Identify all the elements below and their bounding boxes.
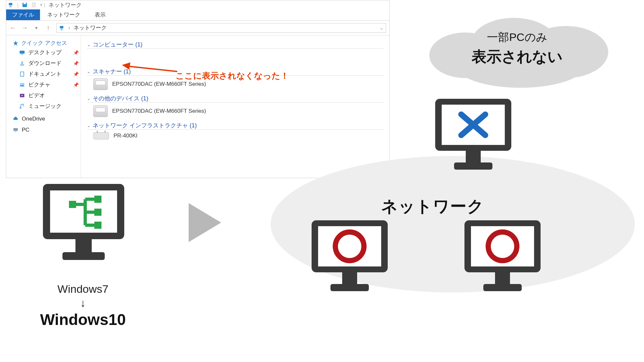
back-button[interactable]: ← bbox=[9, 24, 17, 32]
group-header-computers[interactable]: ⌄ コンピューター (1) bbox=[87, 41, 383, 49]
pin-icon: 📌 bbox=[73, 82, 79, 87]
cloud-line1: 一部PCのみ bbox=[446, 30, 589, 45]
group-title: ネットワーク インフラストラクチャ (1) bbox=[93, 122, 197, 129]
device-label: PR-400KI bbox=[114, 133, 138, 139]
sidebar-item-downloads[interactable]: ダウンロード 📌 bbox=[19, 59, 79, 67]
scanner-icon bbox=[93, 78, 108, 90]
pc-visible-left-icon bbox=[309, 218, 390, 302]
window-title: ネットワーク bbox=[48, 1, 82, 9]
sidebar-item-pictures[interactable]: ピクチャ 📌 bbox=[19, 81, 79, 88]
quick-access-header[interactable]: クイック アクセス bbox=[13, 39, 79, 47]
group-title: コンピューター (1) bbox=[93, 41, 142, 48]
pc-visible-right-icon bbox=[462, 218, 543, 302]
video-icon bbox=[19, 93, 25, 98]
pc-not-visible-icon bbox=[433, 96, 514, 181]
sidebar-item-desktop[interactable]: デスクトップ 📌 bbox=[19, 49, 79, 56]
sidebar-item-videos[interactable]: ビデオ bbox=[19, 92, 79, 99]
sidebar-item-documents[interactable]: ドキュメント 📌 bbox=[19, 70, 79, 78]
explorer-window: | ▾ | ネットワーク ファイル ネットワーク 表示 ← → ▾ ↑ › ネッ… bbox=[6, 0, 390, 178]
svg-rect-5 bbox=[32, 3, 36, 7]
svg-rect-2 bbox=[9, 6, 12, 7]
svg-marker-9 bbox=[13, 41, 18, 45]
device-item-router[interactable]: PR-400KI bbox=[93, 132, 383, 139]
svg-marker-35 bbox=[189, 203, 221, 242]
callout-arrow-icon bbox=[122, 62, 177, 75]
svg-rect-49 bbox=[342, 272, 357, 284]
svg-rect-6 bbox=[60, 26, 63, 29]
pin-icon: 📌 bbox=[73, 71, 79, 77]
sidebar-item-label: ミュージック bbox=[28, 102, 61, 110]
left-upgraded-pc-icon bbox=[40, 181, 127, 272]
music-icon bbox=[19, 103, 25, 109]
svg-rect-18 bbox=[13, 128, 18, 131]
svg-rect-33 bbox=[75, 239, 92, 252]
svg-rect-11 bbox=[21, 54, 23, 55]
network-label: ネットワーク bbox=[381, 196, 484, 217]
content-pane: ⌄ コンピューター (1) ⌄ スキャナー (1) EPSON770DAC (E… bbox=[81, 35, 389, 178]
tab-file-label: ファイル bbox=[12, 11, 34, 19]
svg-rect-25 bbox=[94, 196, 101, 203]
svg-rect-24 bbox=[69, 201, 76, 208]
save-icon bbox=[22, 2, 28, 8]
chevron-down-icon: ⌄ bbox=[87, 69, 91, 74]
router-icon bbox=[93, 132, 109, 139]
tab-network[interactable]: ネットワーク bbox=[40, 9, 87, 20]
callout-text: ここに表示されなくなった！ bbox=[176, 70, 289, 82]
os-labels: Windows7 ↓ Windows10 bbox=[39, 283, 127, 329]
svg-rect-44 bbox=[466, 151, 481, 162]
sidebar-item-pc[interactable]: PC bbox=[13, 127, 79, 133]
tab-file[interactable]: ファイル bbox=[6, 9, 40, 20]
svg-rect-12 bbox=[20, 64, 24, 65]
svg-rect-13 bbox=[20, 72, 24, 76]
network-icon bbox=[59, 25, 65, 31]
svg-rect-0 bbox=[9, 3, 12, 6]
device-item-other[interactable]: EPSON770DAC (EW-M660FT Series) bbox=[93, 105, 383, 117]
device-label: EPSON770DAC (EW-M660FT Series) bbox=[112, 81, 206, 87]
recent-dropdown[interactable]: ▾ bbox=[33, 25, 40, 31]
svg-point-15 bbox=[21, 84, 22, 85]
title-bar: | ▾ | ネットワーク bbox=[6, 0, 389, 9]
svg-rect-4 bbox=[23, 3, 26, 4]
onedrive-label: OneDrive bbox=[22, 116, 45, 122]
svg-rect-10 bbox=[20, 51, 25, 54]
address-location: ネットワーク bbox=[74, 24, 107, 32]
download-icon bbox=[19, 60, 25, 66]
svg-rect-50 bbox=[330, 284, 369, 291]
sidebar-item-label: ダウンロード bbox=[28, 59, 61, 67]
desktop-icon bbox=[19, 50, 25, 56]
tab-view[interactable]: 表示 bbox=[87, 9, 113, 20]
address-dropdown-icon[interactable]: ⌵ bbox=[380, 24, 383, 31]
svg-rect-19 bbox=[15, 132, 17, 132]
svg-rect-54 bbox=[495, 272, 510, 284]
big-right-arrow-icon bbox=[185, 198, 224, 247]
svg-rect-1 bbox=[10, 6, 11, 6]
sidebar-item-onedrive[interactable]: OneDrive bbox=[13, 116, 79, 122]
forward-button[interactable]: → bbox=[21, 24, 28, 32]
cloud-text: 一部PCのみ 表示されない bbox=[446, 30, 589, 67]
svg-rect-34 bbox=[62, 252, 105, 260]
printer-icon bbox=[93, 105, 108, 117]
svg-rect-26 bbox=[94, 209, 101, 216]
chevron-down-icon: ⌄ bbox=[87, 96, 91, 101]
device-label: EPSON770DAC (EW-M660FT Series) bbox=[112, 108, 206, 114]
sidebar-item-label: ピクチャ bbox=[28, 81, 50, 88]
address-bar[interactable]: › ネットワーク ⌵ bbox=[56, 23, 386, 33]
sidebar-item-label: ドキュメント bbox=[28, 70, 61, 78]
group-header-network-infra[interactable]: ⌄ ネットワーク インフラストラクチャ (1) bbox=[87, 122, 383, 130]
up-button[interactable]: ↑ bbox=[45, 24, 52, 32]
group-header-other-devices[interactable]: ⌄ その他のデバイス (1) bbox=[87, 95, 383, 103]
svg-rect-27 bbox=[94, 222, 101, 229]
svg-rect-55 bbox=[483, 284, 522, 291]
quick-access-list: デスクトップ 📌 ダウンロード 📌 ドキュメント 📌 ピクチャ 📌 bbox=[19, 49, 79, 110]
tab-network-label: ネットワーク bbox=[47, 11, 80, 19]
page-icon bbox=[31, 2, 37, 8]
chevron-down-icon: ⌄ bbox=[87, 123, 91, 128]
chevron-down-icon: ⌄ bbox=[87, 42, 91, 47]
down-arrow-icon: ↓ bbox=[39, 297, 127, 309]
network-icon bbox=[8, 2, 14, 8]
os-to-label: Windows10 bbox=[39, 311, 127, 329]
star-icon bbox=[13, 40, 19, 46]
sidebar-item-music[interactable]: ミュージック bbox=[19, 102, 79, 110]
nav-bar: ← → ▾ ↑ › ネットワーク ⌵ bbox=[6, 20, 389, 35]
pin-icon: 📌 bbox=[73, 50, 79, 55]
